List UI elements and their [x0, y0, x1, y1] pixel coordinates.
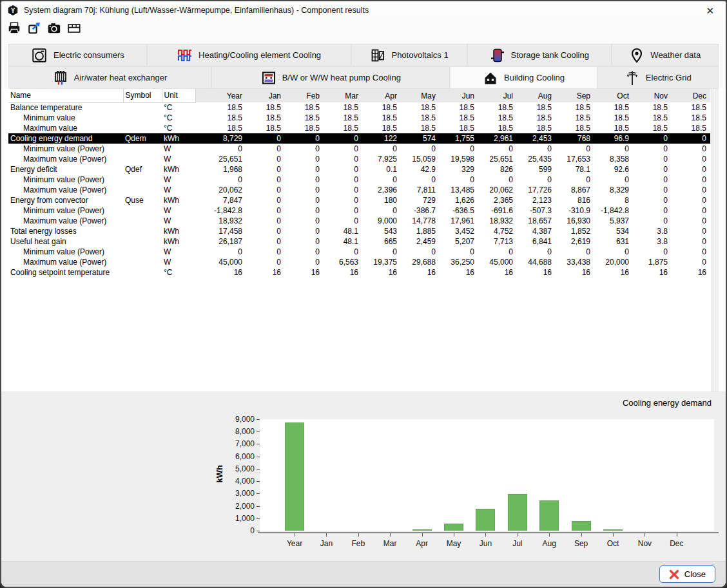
printer-icon[interactable] — [6, 21, 22, 36]
row-value: 17,961 — [440, 216, 478, 226]
column-header-feb[interactable]: Feb — [285, 89, 324, 102]
chart-bar-oct[interactable] — [603, 529, 623, 531]
chart-bar-year[interactable] — [285, 422, 304, 531]
table-row[interactable]: Energy from convectorQusekWh7,8470001807… — [8, 195, 710, 205]
x-tick-label: Oct — [597, 539, 628, 548]
row-value: 16 — [246, 267, 285, 278]
row-value: 0 — [594, 175, 633, 185]
row-name: Minimum value (Power) — [8, 247, 123, 257]
tab-label: Storage tank Cooling — [511, 50, 589, 60]
table-row[interactable]: Maximum value (Power)W25,6510007,92515,0… — [8, 154, 710, 164]
table-row[interactable]: Cooling setpoint temperature°C1616161616… — [8, 267, 710, 278]
column-header-mar[interactable]: Mar — [324, 89, 362, 102]
row-value: 0 — [285, 226, 324, 236]
table-row[interactable]: Minimum value (Power)W0000000000000 — [8, 247, 710, 257]
chart-bar-jul[interactable] — [508, 494, 527, 531]
close-button[interactable]: Close — [659, 565, 715, 583]
row-value: 0 — [324, 154, 362, 164]
row-value: 20,062 — [478, 185, 517, 195]
column-header-unit[interactable]: Unit — [162, 89, 195, 102]
table-row[interactable]: Minimum value (Power)W0000000000000 — [8, 144, 710, 154]
tab-heating-cooling-element-cooling[interactable]: Heating/Cooling element Cooling — [147, 44, 351, 66]
chart-bar-aug[interactable] — [539, 500, 559, 531]
row-value: 18.5 — [556, 113, 594, 123]
table-row[interactable]: Maximum value (Power)W45,000006,56319,37… — [8, 257, 710, 267]
table-row[interactable]: Maximum value (Power)W18,9320009,00014,7… — [8, 216, 710, 226]
row-value: 122 — [362, 133, 401, 144]
row-value: 1,875 — [633, 257, 672, 267]
table-row[interactable]: Minimum value (Power)W-1,842.80000-386.7… — [8, 205, 710, 216]
x-tick-label: Sep — [566, 539, 597, 548]
row-symbol — [123, 113, 162, 123]
row-value: 0 — [246, 154, 285, 164]
row-value: 665 — [362, 236, 401, 247]
row-value: 19,375 — [362, 257, 401, 267]
window-close-icon[interactable]: ✕ — [702, 5, 718, 17]
table-row[interactable]: Total energy losseskWh17,4580048.15431,8… — [8, 226, 710, 236]
row-value: 16 — [362, 267, 401, 278]
row-value: 17,458 — [195, 226, 246, 236]
report-table-icon[interactable] — [66, 21, 82, 36]
column-header-may[interactable]: May — [401, 89, 440, 102]
row-symbol — [123, 144, 162, 154]
table-row[interactable]: Energy deficitQdefkWh1,9680000.142.93298… — [8, 164, 710, 175]
tab-air-water-heat-exchanger[interactable]: Air/water heat exchanger — [8, 66, 211, 89]
row-value: 631 — [594, 236, 633, 247]
table-row[interactable]: Useful heat gainkWh26,1870048.16652,4595… — [8, 236, 710, 247]
column-header-name[interactable]: Name — [8, 89, 123, 102]
x-tick-mark — [581, 533, 582, 536]
row-value: 18.5 — [324, 123, 362, 133]
title-bar: Y System diagram 70j: Kühlung (Luft/Wass… — [1, 1, 726, 19]
row-value: 2,365 — [478, 195, 517, 205]
row-value: 18.5 — [195, 113, 246, 123]
row-value: 599 — [517, 164, 556, 175]
table-row[interactable]: Maximum value°C18.518.518.518.518.518.51… — [8, 123, 710, 133]
row-symbol: Qdem — [123, 133, 162, 144]
row-name: Maximum value (Power) — [8, 154, 123, 164]
row-value: 18.5 — [285, 113, 324, 123]
table-row[interactable]: Balance temperature°C18.518.518.518.518.… — [8, 102, 710, 113]
row-symbol — [123, 236, 162, 247]
export-icon[interactable] — [26, 21, 42, 36]
column-header-aug[interactable]: Aug — [517, 89, 556, 102]
table-row[interactable]: Minimum value°C18.518.518.518.518.518.51… — [8, 113, 710, 123]
y-tick-mark — [257, 493, 260, 494]
row-name: Total energy losses — [8, 226, 123, 236]
table-row[interactable]: Minimum value (Power)W0000000000000 — [8, 175, 710, 185]
x-tick-mark — [518, 533, 518, 536]
tab-b-w-or-w-w-heat-pump-cooling[interactable]: B/W or W/W heat pump Cooling — [211, 66, 450, 89]
column-header-dec[interactable]: Dec — [672, 89, 710, 102]
tab-electric-consumers[interactable]: Electric consumers — [8, 44, 147, 66]
chart-bar-sep[interactable] — [572, 521, 591, 531]
row-value: 92.6 — [594, 164, 633, 175]
table-row[interactable]: Cooling energy demandQdemkWh8,7290001225… — [8, 133, 710, 144]
tab-storage-tank-cooling[interactable]: Storage tank Cooling — [467, 44, 612, 66]
column-header-jun[interactable]: Jun — [440, 89, 478, 102]
row-value: 0 — [478, 247, 517, 257]
chart-bar-apr[interactable] — [412, 529, 432, 531]
tab-photovoltaics-1[interactable]: Photovoltaics 1 — [351, 44, 467, 66]
column-header-jan[interactable]: Jan — [246, 89, 285, 102]
column-header-symbol[interactable]: Symbol — [123, 89, 162, 102]
column-header-sep[interactable]: Sep — [556, 89, 594, 102]
row-value: 8,729 — [195, 133, 246, 144]
chart-bar-jun[interactable] — [476, 509, 495, 531]
column-header-apr[interactable]: Apr — [362, 89, 401, 102]
column-header-jul[interactable]: Jul — [478, 89, 517, 102]
row-value: 0 — [324, 133, 362, 144]
chart-bar-may[interactable] — [444, 524, 463, 531]
column-header-nov[interactable]: Nov — [633, 89, 672, 102]
table-row[interactable]: Maximum value (Power)W20,0620002,3967,81… — [8, 185, 710, 195]
column-header-year[interactable]: Year — [195, 89, 246, 102]
table-scrollbar[interactable] — [712, 89, 719, 392]
row-name: Maximum value — [8, 123, 123, 133]
row-value: 2,961 — [478, 133, 517, 144]
tab-electric-grid[interactable]: Electric Grid — [597, 66, 719, 89]
tab-weather-data[interactable]: Weather data — [612, 44, 719, 66]
column-header-oct[interactable]: Oct — [594, 89, 633, 102]
row-symbol — [123, 175, 162, 185]
tab-building-cooling[interactable]: Building Cooling — [450, 66, 597, 89]
row-value: 543 — [362, 226, 401, 236]
camera-icon[interactable] — [46, 21, 62, 36]
power-pole-icon — [625, 70, 640, 86]
